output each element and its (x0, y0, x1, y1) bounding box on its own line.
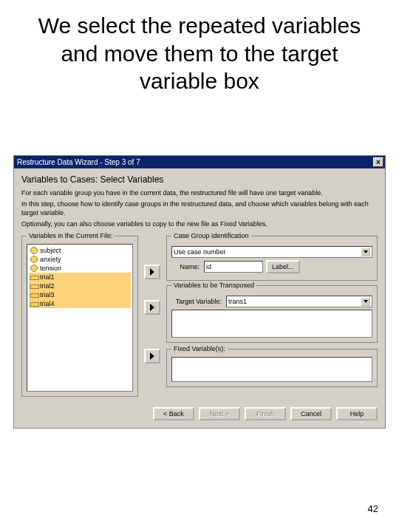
target-groupbox: Variables to be Transposed Target Variab… (166, 285, 378, 343)
variables-groupbox: Variables in the Current File: subjectan… (21, 236, 138, 397)
dialog-heading: Variables to Cases: Select Variables (21, 174, 378, 185)
case-name-input[interactable]: id (204, 261, 263, 273)
move-buttons-column (143, 231, 162, 397)
dialog-content: Variables to Cases: Select Variables For… (14, 168, 385, 403)
scale-variable-icon (30, 300, 38, 307)
fixed-variable-listbox[interactable] (171, 357, 372, 382)
nominal-variable-icon (30, 256, 38, 263)
scale-variable-icon (30, 282, 38, 290)
intro-text-2: In this step, choose how to identify cas… (21, 200, 378, 217)
page-number: 42 (368, 503, 378, 514)
list-item[interactable]: tension (29, 264, 131, 273)
nominal-variable-icon (30, 247, 38, 254)
case-group-title: Case Group Identification (171, 232, 251, 239)
next-button[interactable]: Next > (199, 407, 240, 420)
list-item[interactable]: trial4 (29, 299, 131, 308)
variable-name: trial3 (40, 291, 55, 299)
chevron-down-icon (361, 297, 370, 306)
nominal-variable-icon (30, 265, 38, 272)
target-variable-value: trans1 (228, 297, 361, 306)
intro-text-3: Optionally, you can also choose variable… (21, 220, 378, 228)
target-variable-select[interactable]: trans1 (226, 296, 372, 307)
move-to-case-id-button[interactable] (144, 265, 160, 279)
label-button[interactable]: Label... (266, 260, 300, 273)
close-icon[interactable]: × (373, 157, 383, 167)
finish-button[interactable]: Finish (245, 407, 286, 420)
titlebar[interactable]: Restructure Data Wizard - Step 3 of 7 × (14, 156, 385, 168)
variable-name: anxiety (40, 256, 61, 263)
cancel-button[interactable]: Cancel (290, 407, 332, 420)
variables-group-title: Variables in the Current File: (27, 232, 115, 239)
case-group-select[interactable]: Use case number (171, 246, 372, 258)
restructure-dialog: Restructure Data Wizard - Step 3 of 7 × … (13, 155, 386, 429)
dialog-button-bar: < Back Next > Finish Cancel Help (14, 403, 385, 428)
list-item[interactable]: anxiety (29, 255, 131, 264)
fixed-groupbox: Fixed Variable(s): (166, 349, 378, 387)
target-group-title: Variables to be Transposed (171, 282, 256, 289)
intro-text-1: For each variable group you have in the … (21, 189, 378, 197)
list-item[interactable]: trial2 (29, 282, 131, 290)
variable-name: trial4 (40, 300, 55, 307)
variable-name: subject (40, 247, 61, 254)
target-variable-label: Target Variable: (171, 298, 223, 305)
chevron-down-icon (361, 248, 370, 256)
arrow-right-icon (150, 352, 154, 360)
help-button[interactable]: Help (336, 407, 378, 420)
move-to-fixed-button[interactable] (144, 349, 160, 364)
back-button[interactable]: < Back (153, 407, 194, 420)
variable-name: tension (40, 265, 61, 272)
variable-name: trial1 (40, 273, 55, 281)
case-group-groupbox: Case Group Identification Use case numbe… (166, 236, 378, 281)
fixed-group-title: Fixed Variable(s): (171, 345, 228, 352)
list-item[interactable]: trial1 (29, 273, 131, 282)
dialog-title: Restructure Data Wizard - Step 3 of 7 (17, 158, 140, 166)
list-item[interactable]: subject (29, 246, 131, 255)
list-item[interactable]: trial3 (29, 290, 131, 299)
case-group-select-value: Use case number (174, 248, 361, 256)
case-name-label: Name: (171, 263, 201, 270)
scale-variable-icon (30, 273, 38, 281)
move-to-target-button[interactable] (144, 300, 160, 315)
scale-variable-icon (30, 291, 38, 299)
arrow-right-icon (150, 268, 154, 276)
target-variable-listbox[interactable] (171, 310, 372, 338)
arrow-right-icon (150, 304, 154, 311)
variables-listbox[interactable]: subjectanxietytensiontrial1trial2trial3t… (27, 244, 133, 392)
variable-name: trial2 (40, 282, 55, 290)
slide-title: We select the repeated variables and mov… (0, 0, 399, 95)
